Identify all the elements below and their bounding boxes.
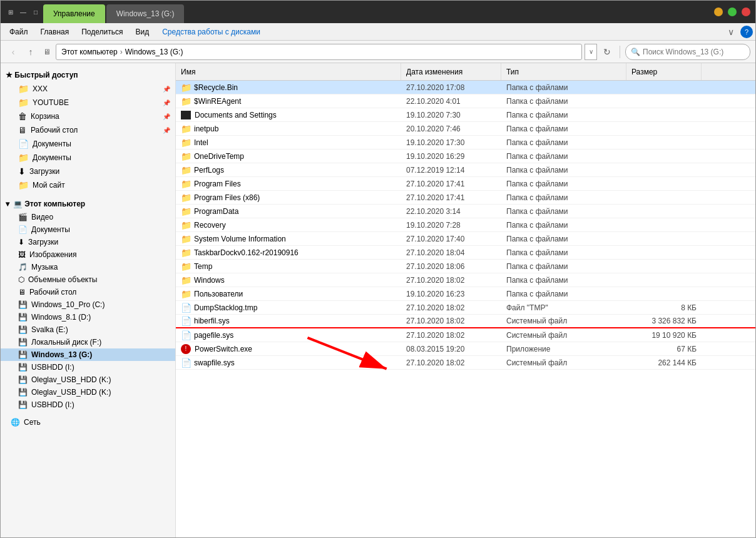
table-row[interactable]: 📁 Пользователи 19.10.2020 16:23 Папка с … [176,287,755,301]
sidebar-item-video[interactable]: 🎬 Видео [1,211,175,223]
file-type: Файл "TMP" [501,303,626,312]
sidebar-quick-access-header: ★ Быстрый доступ [1,68,175,82]
sidebar-thispc-header: ▾ 💻 Этот компьютер [1,197,175,211]
sidebar-item-documents[interactable]: 📄 Документы [1,223,175,236]
up-button[interactable]: ↑ [23,44,38,59]
search-input[interactable] [643,48,737,56]
sidebar-item-c[interactable]: 💾 Windows_10_Pro (C:) [1,298,175,311]
sidebar-item-recycle[interactable]: 🗑 Корзина 📌 [1,109,175,123]
exe-icon: ! [181,344,191,354]
menu-home[interactable]: Главная [34,25,76,39]
file-name: 📄 swapfile.sys [176,358,401,368]
sidebar-item-docs2[interactable]: 📁 Документы [1,151,175,165]
table-row[interactable]: 📁 Windows 27.10.2020 18:02 Папка с файла… [176,273,755,287]
sidebar-item-youtube[interactable]: 📁 YOUTUBE 📌 [1,96,175,109]
table-row[interactable]: 📁 Recovery 19.10.2020 7:28 Папка с файла… [176,218,755,232]
file-date: 27.10.2020 18:02 [401,331,501,340]
sidebar-item-desktop[interactable]: 🖥 Рабочий стол [1,286,175,298]
table-row[interactable]: 📁 System Volume Information 27.10.2020 1… [176,232,755,246]
folder-icon: 📁 [181,151,192,161]
table-row[interactable]: 📄 swapfile.sys 27.10.2020 18:02 Системны… [176,356,755,370]
drive-c-icon: 💾 [18,300,28,309]
table-row[interactable]: 📁 PerfLogs 07.12.2019 12:14 Папка с файл… [176,163,755,177]
file-name: 📁 Intel [176,138,401,148]
refresh-button[interactable]: ↻ [600,44,615,59]
table-row[interactable]: 📁 Program Files (x86) 27.10.2020 17:41 П… [176,191,755,205]
thispc-expand[interactable]: ▾ [6,200,9,208]
help-button[interactable]: ? [740,26,753,38]
table-row[interactable]: ! PowerSwitch.exe 08.03.2015 19:20 Прило… [176,342,755,356]
sidebar-item-mysite[interactable]: 📁 Мой сайт [1,178,175,192]
sidebar-item-i2[interactable]: 💾 USBHDD (I:) [1,398,175,411]
menu-file[interactable]: Файл [3,25,34,39]
sidebar-item-network[interactable]: 🌐 Сеть [1,416,175,429]
menu-disk-tools[interactable]: Средства работы с дисками [155,24,267,39]
path-drive[interactable]: Windows_13 (G:) [125,48,183,56]
close-button[interactable] [742,8,750,16]
search-box[interactable]: 🔍 [625,44,750,60]
menu-view[interactable]: Вид [129,25,155,39]
table-row[interactable]: 📄 DumpStacklog.tmp 27.10.2020 18:02 Файл… [176,301,755,315]
table-row[interactable]: 📁 Program Files 27.10.2020 17:41 Папка с… [176,177,755,191]
sidebar-item-k2[interactable]: 💾 Oleglav_USB_HDD (K:) [1,386,175,398]
tab-manage[interactable]: Управление [43,4,105,23]
path-computer[interactable]: Этот компьютер [61,48,118,56]
explorer-window: ⊞ — □ Управление Windows_13 (G:) Файл Гл… [0,0,756,538]
sidebar-item-docs1[interactable]: 📄 Документы [1,137,175,151]
sidebar-item-music[interactable]: 🎵 Музыка [1,261,175,273]
table-row-hiberfil[interactable]: 📄 hiberfil.sys 27.10.2020 18:02 Системны… [176,315,755,328]
sidebar-item-d[interactable]: 💾 Windows_8.1 (D:) [1,311,175,323]
col-header-size[interactable]: Размер [626,63,702,80]
file-date: 27.10.2020 18:02 [401,276,501,285]
tmp-file-icon: 📄 [181,303,192,313]
sidebar-item-downloads[interactable]: ⬇ Загрузки [1,236,175,248]
table-row[interactable]: 📁 $Recycle.Bin 27.10.2020 17:08 Папка с … [176,81,755,94]
sidebar-item-images[interactable]: 🖼 Изображения [1,248,175,261]
back-button[interactable]: ‹ [6,44,21,59]
menu-expand-icon[interactable]: ∨ [724,26,738,38]
file-type: Папка с файлами [501,166,626,175]
sidebar-item-k1[interactable]: 💾 Oleglav_USB_HDD (K:) [1,373,175,386]
table-row[interactable]: Documents and Settings 19.10.2020 7:30 П… [176,108,755,122]
table-row[interactable]: 📁 inetpub 20.10.2020 7:46 Папка с файлам… [176,122,755,136]
table-row[interactable]: 📁 TaskbarDockv0.162-r20190916 27.10.2020… [176,246,755,260]
table-row[interactable]: 📁 ProgramData 22.10.2020 3:14 Папка с фа… [176,205,755,218]
file-name: 📁 Temp [176,261,401,272]
file-type: Папка с файлами [501,152,626,161]
drive-k2-icon: 💾 [18,388,28,397]
col-header-type[interactable]: Тип [501,63,626,80]
minimize-icon[interactable]: — [18,7,28,17]
restore-icon[interactable]: □ [31,7,41,17]
file-name: Documents and Settings [176,111,401,119]
path-dropdown[interactable]: ∨ [585,44,597,60]
sidebar-item-desktop-quick[interactable]: 🖥 Рабочий стол 📌 [1,123,175,137]
file-type: Папка с файлами [501,124,626,133]
computer-icon: 🖥 [43,48,51,56]
minimize-button[interactable] [714,8,723,16]
separator [620,46,620,58]
document-icon: 📄 [18,139,29,149]
address-path[interactable]: Этот компьютер › Windows_13 (G:) [56,44,582,60]
folder-icon: 📁 [181,193,192,203]
sidebar-item-3d[interactable]: ⬡ Объемные объекты [1,273,175,286]
col-header-name[interactable]: Имя [176,63,401,80]
table-row[interactable]: 📁 $WinREAgent 22.10.2020 4:01 Папка с фа… [176,94,755,108]
file-name: 📁 ProgramData [176,206,401,216]
folder-icon: 📁 [181,234,192,244]
sidebar-item-downloads-quick[interactable]: ⬇ Загрузки [1,165,175,178]
sidebar-item-e[interactable]: 💾 Svalka (E:) [1,323,175,336]
sidebar-item-xxx[interactable]: 📁 XXX 📌 [1,82,175,96]
sidebar-item-i[interactable]: 💾 USBHDD (I:) [1,361,175,373]
table-row[interactable]: 📄 pagefile.sys 27.10.2020 18:02 Системны… [176,328,755,342]
table-row[interactable]: 📁 OneDriveTemp 19.10.2020 16:29 Папка с … [176,150,755,163]
tab-windows13[interactable]: Windows_13 (G:) [106,4,185,23]
sidebar-item-g[interactable]: 💾 Windows_13 (G:) [1,348,175,361]
recycle-icon: 🗑 [18,111,27,121]
maximize-button[interactable] [728,8,737,16]
folder-icon: 📁 [181,289,192,299]
sidebar-item-f[interactable]: 💾 Локальный диск (F:) [1,336,175,348]
table-row[interactable]: 📁 Intel 19.10.2020 17:30 Папка с файлами [176,136,755,150]
menu-share[interactable]: Поделиться [75,25,129,39]
col-header-date[interactable]: Дата изменения [401,63,501,80]
table-row[interactable]: 📁 Temp 27.10.2020 18:06 Папка с файлами [176,260,755,273]
